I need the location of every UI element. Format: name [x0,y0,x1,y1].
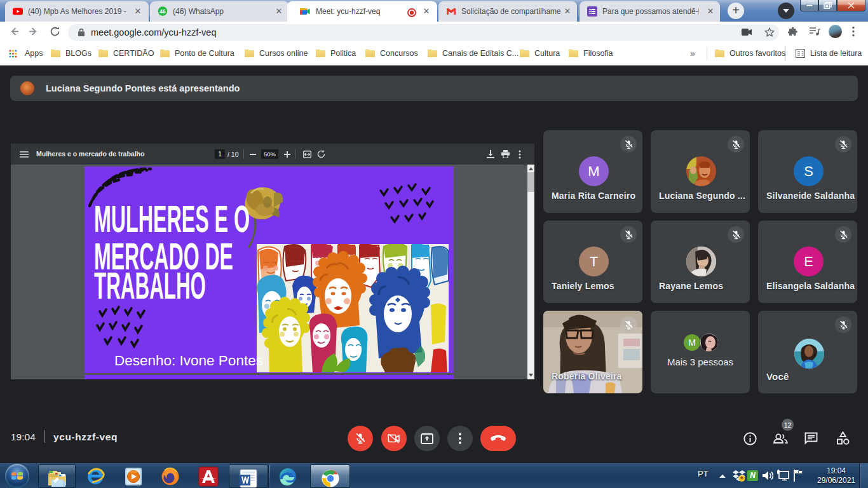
svg-text:TRABALHO: TRABALHO [94,265,206,307]
svg-text:46: 46 [159,8,166,15]
svg-text:MULHERES E O: MULHERES E O [94,198,250,240]
